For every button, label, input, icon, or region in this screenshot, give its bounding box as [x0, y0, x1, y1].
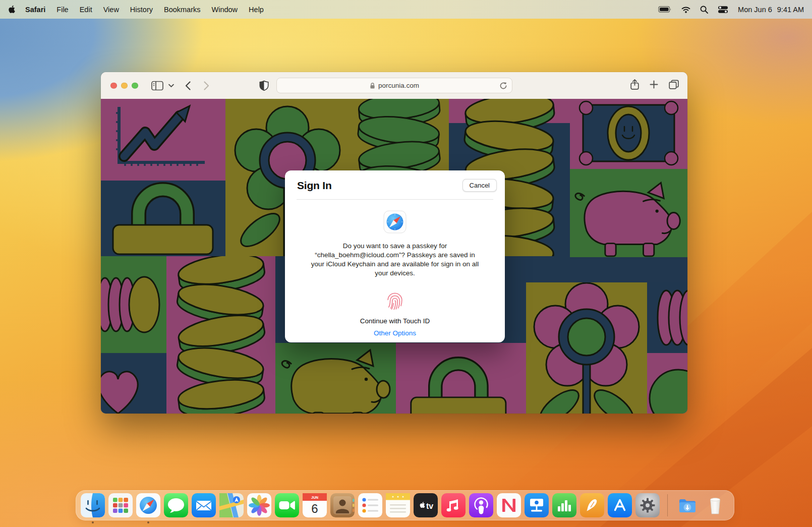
menu-item-window[interactable]: Window	[206, 6, 244, 14]
dock: JUN6 tv	[76, 490, 734, 520]
dock-appstore[interactable]	[608, 493, 632, 517]
other-options-link[interactable]: Other Options	[285, 329, 505, 337]
dock-photos[interactable]	[247, 493, 271, 517]
tile-heart	[101, 353, 166, 414]
svg-text:tv: tv	[426, 502, 433, 510]
menu-bar: Safari File Edit View History Bookmarks …	[0, 0, 812, 19]
tile-pig-pink: .pig-body{fill:var(--pig);}	[570, 169, 687, 257]
dock-numbers[interactable]	[552, 493, 576, 517]
safari-app-icon	[383, 210, 407, 233]
sidebar-chevron-icon[interactable]	[168, 84, 174, 87]
safari-running-indicator	[147, 521, 149, 523]
svg-text:6: 6	[311, 502, 318, 515]
safari-toolbar: porcunia.com	[101, 72, 687, 99]
battery-icon[interactable]	[658, 5, 672, 14]
tile-pig-olive	[275, 343, 396, 414]
dock-news[interactable]	[497, 493, 521, 517]
dock-launchpad[interactable]	[108, 493, 133, 517]
apple-menu-icon[interactable]	[8, 5, 16, 14]
menubar-date: Mon Jun 6	[738, 6, 772, 14]
dock-mail[interactable]	[192, 493, 216, 517]
menu-item-view[interactable]: View	[98, 6, 125, 14]
control-center-icon[interactable]	[718, 6, 728, 14]
menubar-time: 9:41 AM	[777, 6, 804, 14]
dock-facetime[interactable]	[275, 493, 299, 517]
menu-item-file[interactable]: File	[51, 6, 74, 14]
dock-system-settings[interactable]	[635, 493, 660, 517]
menu-item-safari[interactable]: Safari	[20, 6, 51, 14]
window-controls	[110, 82, 138, 89]
svg-text:JUN: JUN	[311, 496, 318, 499]
lock-icon	[370, 82, 375, 89]
wifi-icon[interactable]	[681, 6, 690, 13]
tab-overview-button[interactable]	[669, 80, 679, 91]
tile-coin-roll-green	[101, 256, 166, 353]
dock-keynote[interactable]	[525, 493, 549, 517]
tile-lock-navy	[101, 181, 225, 256]
tile-coin-circle	[647, 353, 687, 414]
spotlight-search-icon[interactable]	[700, 6, 708, 14]
menu-item-history[interactable]: History	[125, 6, 158, 14]
tile-lock-pink	[396, 343, 526, 414]
zoom-window-button[interactable]	[132, 82, 138, 89]
continue-touch-id-label: Continue with Touch ID	[285, 317, 505, 325]
tile-flower-pink	[526, 282, 647, 414]
tile-coin-roll-pink	[647, 282, 687, 353]
dialog-title: Sign In	[297, 180, 332, 192]
dock-finder[interactable]	[81, 493, 105, 517]
dock-reminders[interactable]	[358, 493, 382, 517]
dock-pages[interactable]	[580, 493, 604, 517]
sidebar-toggle-button[interactable]	[151, 81, 163, 90]
passkey-dialog: Sign In Cancel Do you want to save a pas…	[285, 170, 505, 342]
new-tab-button[interactable]	[650, 80, 658, 91]
dock-calendar[interactable]: JUN6	[303, 493, 327, 517]
finder-running-indicator	[92, 521, 94, 523]
dock-maps[interactable]	[219, 493, 244, 517]
dock-notes[interactable]	[386, 493, 410, 517]
reload-button[interactable]	[499, 82, 507, 91]
close-window-button[interactable]	[110, 82, 117, 89]
menu-item-edit[interactable]: Edit	[74, 6, 98, 14]
cancel-button[interactable]: Cancel	[462, 179, 497, 192]
menubar-clock[interactable]: Mon Jun 6 9:41 AM	[738, 6, 804, 14]
menu-item-help[interactable]: Help	[243, 6, 269, 14]
dock-tv[interactable]: tv	[414, 493, 438, 517]
tile-money-bill-smiley	[570, 99, 687, 169]
touch-id-fingerprint-icon	[384, 289, 406, 312]
dock-contacts[interactable]	[330, 493, 355, 517]
dialog-divider	[297, 199, 493, 200]
share-button[interactable]	[630, 79, 639, 92]
dock-downloads-folder[interactable]	[675, 493, 700, 517]
dock-podcasts[interactable]	[469, 493, 493, 517]
minimize-window-button[interactable]	[121, 82, 128, 89]
dock-messages[interactable]	[164, 493, 188, 517]
dock-divider	[667, 494, 668, 516]
url-text: porcunia.com	[378, 82, 419, 89]
back-button[interactable]	[185, 81, 191, 90]
forward-button[interactable]	[204, 81, 209, 90]
address-bar[interactable]: porcunia.com	[276, 78, 512, 93]
tile-coin-spring-pink	[166, 250, 275, 414]
tile-line-chart	[101, 99, 225, 181]
menu-item-bookmarks[interactable]: Bookmarks	[158, 6, 206, 14]
dock-safari[interactable]	[136, 493, 160, 517]
passkey-message: Do you want to save a passkey for “chell…	[285, 242, 505, 278]
dock-music[interactable]	[441, 493, 466, 517]
dock-trash[interactable]	[703, 493, 727, 517]
privacy-shield-icon[interactable]	[259, 80, 269, 91]
